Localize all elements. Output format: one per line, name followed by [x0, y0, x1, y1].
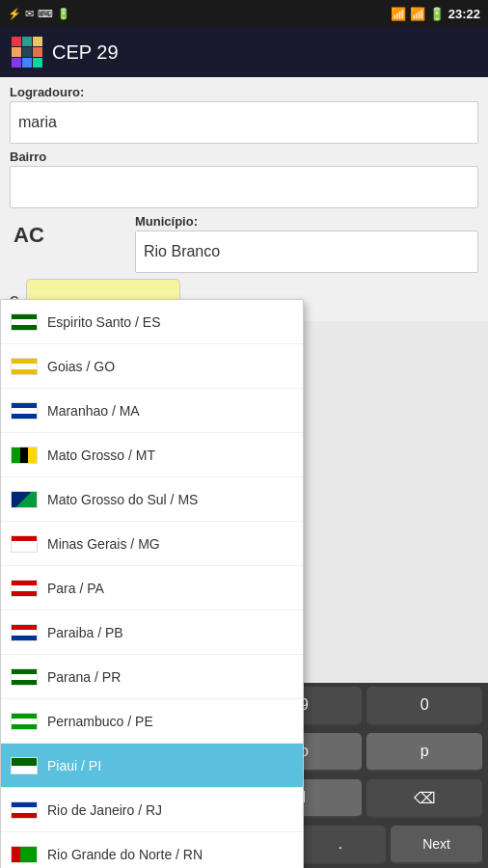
status-bar-right: 📶 📶 🔋 23:22	[391, 7, 480, 21]
bairro-label: Bairro	[10, 149, 478, 164]
flag-icon	[11, 358, 38, 375]
dropdown-item-label: Parana / PR	[47, 669, 121, 685]
dropdown-item[interactable]: Mato Grosso / MT	[1, 433, 303, 477]
app-title: CEP 29	[52, 41, 119, 64]
svg-rect-8	[33, 58, 42, 68]
flag-icon	[11, 402, 38, 420]
app-header: CEP 29	[0, 27, 488, 77]
dropdown-item-label: Paraiba / PB	[47, 625, 123, 640]
dropdown-item[interactable]: Espirito Santo / ES	[1, 300, 303, 344]
municipio-col: Município:	[125, 214, 478, 273]
dropdown-item-label: Mato Grosso / MT	[47, 448, 155, 463]
usb-icon	[8, 7, 21, 20]
svg-rect-2	[33, 37, 42, 46]
dropdown-item-label: Piaui / PI	[47, 758, 101, 773]
svg-rect-3	[12, 47, 21, 57]
svg-rect-5	[33, 47, 42, 57]
svg-rect-1	[22, 37, 32, 46]
form-area: Logradouro: Bairro AC Município: C	[0, 77, 488, 321]
dropdown-item[interactable]: Rio Grande do Norte / RN	[1, 832, 303, 868]
dropdown-item-label: Mato Grosso do Sul / MS	[47, 492, 198, 507]
status-bar-left	[8, 7, 70, 20]
key-0[interactable]: 0	[366, 687, 482, 725]
dropdown-item[interactable]: Para / PA	[1, 566, 303, 610]
dropdown-item[interactable]: Piaui / PI	[1, 744, 303, 788]
svg-rect-6	[12, 58, 21, 68]
dropdown-item[interactable]: Mato Grosso do Sul / MS	[1, 477, 303, 522]
svg-rect-7	[22, 58, 32, 68]
flag-icon	[11, 535, 38, 553]
bat-icon	[57, 7, 70, 20]
logradouro-label: Logradouro:	[10, 85, 478, 99]
dropdown-item-label: Maranhao / MA	[47, 403, 140, 419]
municipio-input[interactable]	[135, 231, 478, 273]
kb-icon	[38, 7, 53, 20]
dropdown-item-label: Para / PA	[47, 581, 104, 596]
dropdown-item[interactable]: Parana / PR	[1, 655, 303, 699]
dropdown-item-label: Pernambuco / PE	[47, 714, 153, 729]
svg-rect-4	[22, 47, 32, 57]
app-logo	[12, 37, 42, 68]
key-dot[interactable]: .	[294, 826, 386, 864]
dropdown-item[interactable]: Rio de Janeiro / RJ	[1, 788, 303, 832]
signal-icon: 📶	[410, 7, 425, 21]
dropdown-overlay[interactable]: Espirito Santo / ESGoias / GOMaranhao / …	[0, 299, 304, 868]
msg-icon	[25, 7, 34, 20]
dropdown-item-label: Minas Gerais / MG	[47, 536, 160, 552]
backspace-key[interactable]: ⌫	[366, 779, 482, 818]
municipio-row: AC Município:	[10, 214, 478, 273]
estado-value[interactable]: AC	[10, 214, 125, 257]
svg-rect-0	[12, 37, 21, 46]
estado-col[interactable]: AC	[10, 214, 125, 257]
flag-icon	[11, 313, 38, 331]
status-bar: 📶 📶 🔋 23:22	[0, 0, 488, 27]
time-display: 23:22	[448, 7, 480, 21]
flag-icon	[11, 447, 38, 464]
municipio-label: Município:	[135, 214, 478, 229]
dropdown-item-label: Espirito Santo / ES	[47, 314, 161, 330]
dropdown-item[interactable]: Goias / GO	[1, 344, 303, 389]
flag-icon	[11, 801, 38, 819]
battery-icon: 🔋	[429, 7, 445, 21]
dropdown-item[interactable]: Minas Gerais / MG	[1, 522, 303, 566]
flag-icon	[11, 846, 38, 863]
flag-icon	[11, 624, 38, 641]
wifi-icon: 📶	[391, 7, 406, 21]
dropdown-item-label: Rio Grande do Norte / RN	[47, 847, 203, 862]
flag-icon	[11, 668, 38, 686]
next-button[interactable]: Next	[391, 826, 482, 864]
dropdown-item-label: Goias / GO	[47, 359, 115, 374]
flag-icon	[11, 580, 38, 597]
flag-icon	[11, 713, 38, 730]
dropdown-item[interactable]: Paraiba / PB	[1, 610, 303, 655]
key-p[interactable]: p	[366, 733, 482, 772]
dropdown-item[interactable]: Maranhao / MA	[1, 389, 303, 433]
flag-icon	[11, 491, 38, 508]
dropdown-item[interactable]: Pernambuco / PE	[1, 699, 303, 744]
logradouro-input[interactable]	[10, 101, 478, 144]
bairro-input[interactable]	[10, 166, 478, 208]
flag-icon	[11, 757, 38, 774]
dropdown-item-label: Rio de Janeiro / RJ	[47, 802, 162, 818]
